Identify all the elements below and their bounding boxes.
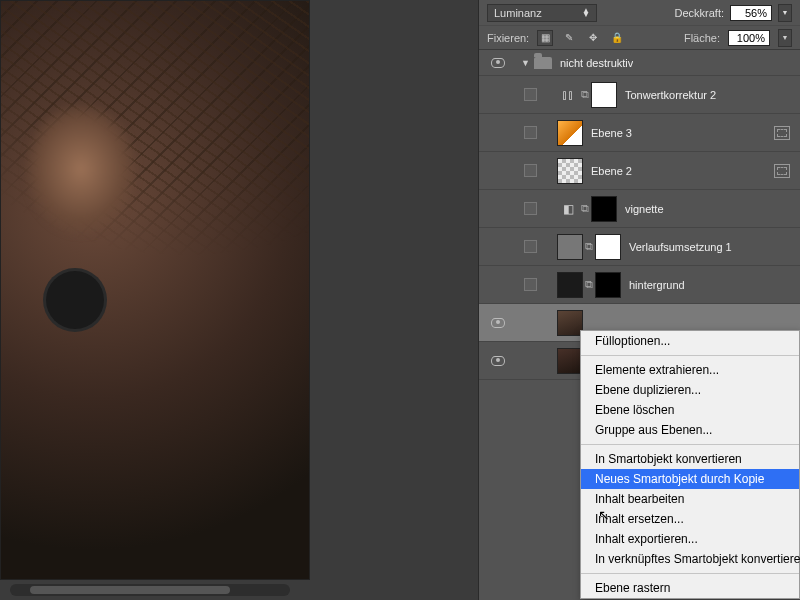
layer-mask-thumb[interactable] (591, 82, 617, 108)
layer-thumb[interactable] (557, 120, 583, 146)
context-menu-item[interactable]: Inhalt exportieren... (581, 529, 799, 549)
layer-checkbox[interactable] (524, 240, 537, 253)
menu-separator (581, 573, 799, 574)
visibility-eye-icon[interactable] (491, 318, 505, 328)
levels-adjustment-icon: ⫿⫿ (557, 88, 579, 102)
solid-fill-icon: ◧ (557, 202, 579, 216)
select-arrows-icon: ▲▼ (582, 9, 590, 17)
link-mask-icon[interactable]: ⧉ (583, 276, 595, 294)
context-menu-item[interactable]: Inhalt bearbeiten (581, 489, 799, 509)
layer-mask-thumb[interactable] (595, 234, 621, 260)
link-mask-icon[interactable]: ⧉ (579, 200, 591, 218)
folder-icon (534, 57, 552, 69)
layer-mask-thumb[interactable] (595, 272, 621, 298)
context-menu-item[interactable]: Gruppe aus Ebenen... (581, 420, 799, 440)
fill-label: Fläche: (684, 32, 720, 44)
layer-checkbox[interactable] (524, 126, 537, 139)
layer-context-menu: Fülloptionen...Elemente extrahieren...Eb… (580, 330, 800, 599)
opacity-label: Deckkraft: (674, 7, 724, 19)
context-menu-item[interactable]: Inhalt ersetzen... (581, 509, 799, 529)
layer-row[interactable]: ⧉ hintergrund (479, 266, 800, 304)
blend-opacity-row: Luminanz ▲▼ Deckkraft: 56% ▼ (479, 0, 800, 26)
disclose-triangle-icon[interactable]: ▼ (521, 58, 530, 68)
canvas-scrollbar-horizontal[interactable] (10, 584, 290, 596)
group-name[interactable]: nicht destruktiv (560, 57, 633, 69)
layer-row[interactable]: Ebene 2 (479, 152, 800, 190)
visibility-eye-icon[interactable] (491, 356, 505, 366)
layer-row[interactable]: ⫿⫿ ⧉ Tonwertkorrektur 2 (479, 76, 800, 114)
context-menu-item[interactable]: Elemente extrahieren... (581, 360, 799, 380)
blend-mode-select[interactable]: Luminanz ▲▼ (487, 4, 597, 22)
layer-name[interactable]: Ebene 2 (591, 165, 632, 177)
menu-separator (581, 444, 799, 445)
lock-all-icon[interactable]: 🔒 (609, 30, 625, 46)
layer-checkbox[interactable] (524, 88, 537, 101)
layer-row[interactable]: ⧉ Verlaufsumsetzung 1 (479, 228, 800, 266)
context-menu-item[interactable]: Fülloptionen... (581, 331, 799, 351)
fill-input[interactable]: 100% (728, 30, 770, 46)
fill-stepper[interactable]: ▼ (778, 29, 792, 47)
layer-checkbox[interactable] (524, 202, 537, 215)
layer-name[interactable]: hintergrund (629, 279, 685, 291)
lock-label: Fixieren: (487, 32, 529, 44)
visibility-eye-icon[interactable] (491, 58, 505, 68)
layer-end-icon[interactable] (774, 164, 790, 178)
layer-thumb[interactable] (557, 234, 583, 260)
layer-mask-thumb[interactable] (591, 196, 617, 222)
blend-mode-value: Luminanz (494, 7, 542, 19)
lock-transparency-icon[interactable]: ▦ (537, 30, 553, 46)
layer-row[interactable]: ◧ ⧉ vignette (479, 190, 800, 228)
canvas-art-detail (46, 271, 104, 329)
layer-name[interactable]: Tonwertkorrektur 2 (625, 89, 716, 101)
context-menu-item[interactable]: Ebene duplizieren... (581, 380, 799, 400)
link-mask-icon[interactable]: ⧉ (583, 238, 595, 256)
context-menu-item[interactable]: In verknüpftes Smartobjekt konvertieren (581, 549, 799, 569)
opacity-stepper[interactable]: ▼ (778, 4, 792, 22)
link-mask-icon[interactable]: ⧉ (579, 86, 591, 104)
layer-name[interactable]: Verlaufsumsetzung 1 (629, 241, 732, 253)
menu-separator (581, 355, 799, 356)
layer-checkbox[interactable] (524, 164, 537, 177)
context-menu-item[interactable]: Ebene löschen (581, 400, 799, 420)
layer-thumb[interactable] (557, 158, 583, 184)
layer-name[interactable]: Ebene 3 (591, 127, 632, 139)
layer-thumb[interactable] (557, 272, 583, 298)
layer-name[interactable]: vignette (625, 203, 664, 215)
context-menu-item[interactable]: In Smartobjekt konvertieren (581, 449, 799, 469)
layer-row[interactable]: Ebene 3 (479, 114, 800, 152)
layer-group-row[interactable]: ▼ nicht destruktiv (479, 50, 800, 76)
layer-end-icon[interactable] (774, 126, 790, 140)
lock-position-icon[interactable]: ✥ (585, 30, 601, 46)
opacity-input[interactable]: 56% (730, 5, 772, 21)
context-menu-item[interactable]: Ebene rastern (581, 578, 799, 598)
layer-checkbox[interactable] (524, 278, 537, 291)
context-menu-item[interactable]: Neues Smartobjekt durch Kopie (581, 469, 799, 489)
lock-fill-row: Fixieren: ▦ ✎ ✥ 🔒 Fläche: 100% ▼ (479, 26, 800, 50)
lock-pixels-icon[interactable]: ✎ (561, 30, 577, 46)
document-canvas[interactable] (0, 0, 310, 580)
